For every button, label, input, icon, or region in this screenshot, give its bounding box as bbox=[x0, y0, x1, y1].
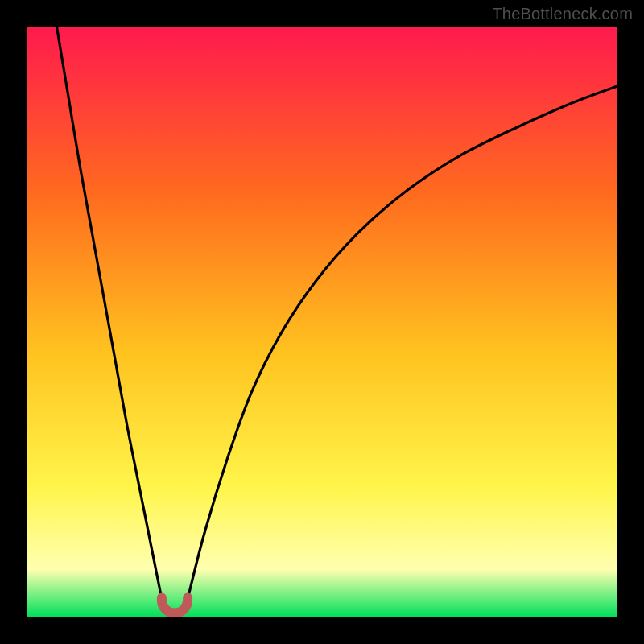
gradient-background bbox=[27, 27, 617, 617]
plot-area bbox=[27, 27, 617, 617]
outer-frame: TheBottleneck.com bbox=[0, 0, 644, 644]
plot-svg bbox=[27, 27, 617, 617]
attribution-watermark: TheBottleneck.com bbox=[492, 5, 633, 23]
